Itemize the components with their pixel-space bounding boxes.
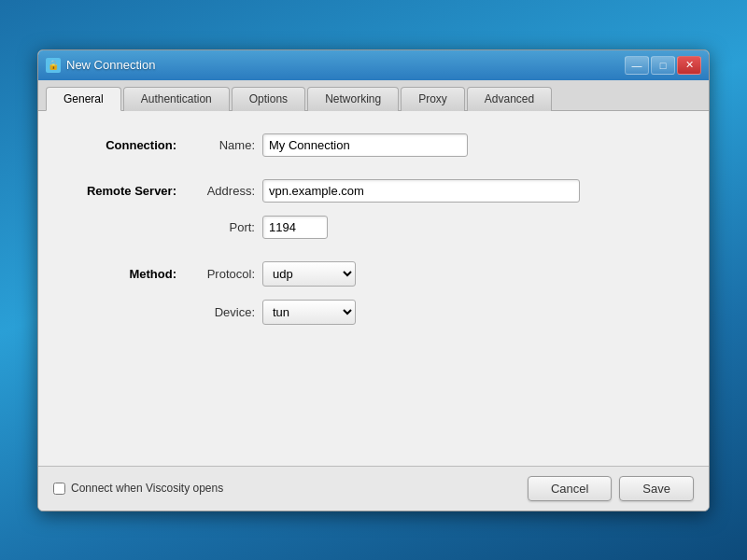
port-field-label: Port: [188, 220, 262, 234]
protocol-row: Method: Protocol: udp tcp [66, 261, 681, 287]
address-input[interactable] [262, 179, 580, 203]
tab-networking[interactable]: Networking [307, 87, 399, 111]
name-field-label: Name: [188, 138, 262, 152]
close-button[interactable]: ✕ [677, 56, 701, 75]
address-field-label: Address: [188, 184, 262, 198]
auto-connect-checkbox[interactable] [53, 483, 65, 495]
method-section-label: Method: [66, 267, 188, 281]
port-row: Port: [66, 216, 681, 239]
save-button[interactable]: Save [619, 476, 694, 501]
tab-authentication[interactable]: Authentication [123, 87, 230, 111]
window-title: New Connection [66, 58, 155, 72]
tab-general[interactable]: General [46, 87, 121, 111]
connection-row: Connection: Name: [66, 133, 681, 157]
title-bar: 🔒 New Connection — □ ✕ [38, 50, 709, 80]
window-icon: 🔒 [46, 58, 61, 73]
device-row: Device: tun tap [66, 300, 681, 325]
connection-section: Connection: Name: [66, 133, 681, 157]
footer-buttons: Cancel Save [528, 476, 694, 501]
address-row: Remote Server: Address: [66, 179, 681, 203]
footer: Connect when Viscosity opens Cancel Save [38, 466, 709, 511]
title-buttons: — □ ✕ [625, 56, 701, 75]
maximize-button[interactable]: □ [651, 56, 675, 75]
tab-advanced[interactable]: Advanced [467, 87, 552, 111]
tab-content: Connection: Name: Remote Server: Address… [38, 111, 709, 466]
tab-options[interactable]: Options [232, 87, 305, 111]
device-field-label: Device: [188, 305, 262, 319]
tab-proxy[interactable]: Proxy [401, 87, 465, 111]
title-bar-left: 🔒 New Connection [46, 58, 155, 73]
method-section: Method: Protocol: udp tcp Device: tun ta… [66, 261, 681, 325]
port-input[interactable] [262, 216, 328, 239]
minimize-button[interactable]: — [625, 56, 649, 75]
protocol-select[interactable]: udp tcp [262, 261, 356, 287]
tab-bar: General Authentication Options Networkin… [38, 80, 709, 111]
name-input[interactable] [262, 133, 468, 157]
main-window: 🔒 New Connection — □ ✕ General Authentic… [37, 49, 710, 511]
device-select[interactable]: tun tap [262, 300, 356, 325]
cancel-button[interactable]: Cancel [528, 476, 612, 501]
checkbox-area: Connect when Viscosity opens [53, 482, 223, 495]
connection-section-label: Connection: [66, 138, 188, 152]
protocol-field-label: Protocol: [188, 267, 262, 281]
remote-server-label: Remote Server: [66, 184, 188, 198]
remote-server-section: Remote Server: Address: Port: [66, 179, 681, 239]
auto-connect-label: Connect when Viscosity opens [71, 482, 223, 495]
